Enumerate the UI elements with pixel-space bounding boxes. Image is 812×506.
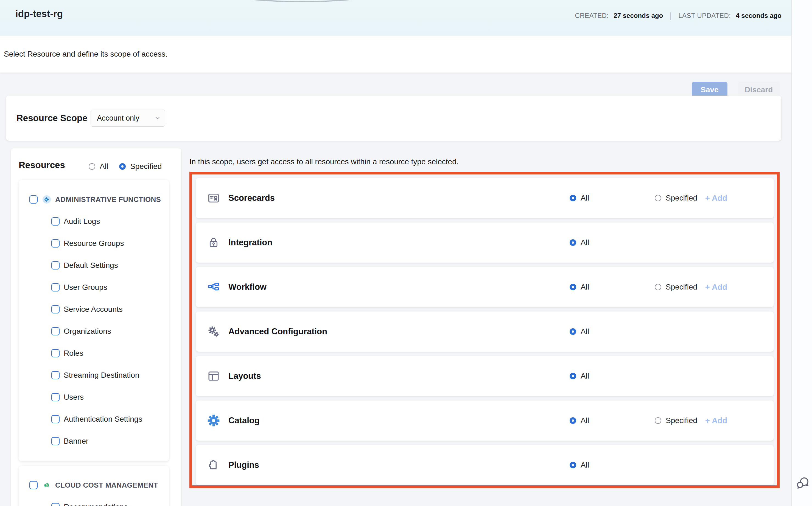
tree-item: Users [19, 391, 169, 404]
layout-icon [207, 369, 220, 383]
resource-row-integration: Integration All [196, 223, 774, 263]
all-radio[interactable] [570, 462, 576, 469]
tree-item: Default Settings [19, 259, 169, 272]
all-radio[interactable] [570, 417, 576, 424]
resources-title: Resources [19, 160, 65, 170]
resource-type-label: Plugins [228, 460, 259, 470]
updated-label: LAST UPDATED: [678, 12, 731, 19]
item-checkbox[interactable] [51, 371, 60, 380]
timestamps: CREATED: 27 seconds ago | LAST UPDATED: … [575, 11, 782, 20]
toolbar-description: Select Resource and define its scope of … [4, 50, 168, 59]
divider: | [668, 11, 673, 20]
tree-item: Authentication Settings [19, 413, 169, 425]
scope-description: In this scope, users get access to all r… [189, 157, 459, 166]
all-radio[interactable] [570, 195, 576, 201]
tree-item: Audit Logs [19, 215, 169, 228]
resources-specified-label: Specified [130, 162, 162, 171]
resources-panel-header: Resources All Specified [11, 148, 181, 180]
resource-group-card-administrative-functions: ADMINISTRATIVE FUNCTIONS Audit Logs Reso… [19, 180, 169, 461]
updated-value: 4 seconds ago [736, 12, 782, 19]
created-label: CREATED: [575, 12, 609, 19]
tree-item: Recommendations [19, 501, 169, 506]
workflow-icon [207, 280, 220, 294]
specified-radio[interactable] [655, 284, 661, 290]
tree-item: Banner [19, 435, 169, 447]
resource-type-label: Integration [228, 238, 272, 248]
add-link[interactable]: + Add [705, 416, 727, 425]
resource-type-label: Advanced Configuration [228, 327, 327, 337]
resource-scope-selected: Account only [97, 114, 139, 122]
add-link[interactable]: + Add [705, 283, 727, 292]
specified-radio[interactable] [655, 195, 661, 201]
resource-row-scorecards: Scorecards All Specified + Add [196, 178, 774, 218]
item-checkbox[interactable] [51, 305, 60, 314]
group-checkbox[interactable] [29, 481, 37, 489]
resource-type-label: Scorecards [228, 193, 275, 203]
action-toolbar: Select Resource and define its scope of … [0, 36, 791, 73]
all-radio[interactable] [570, 284, 576, 290]
tree-item: Service Accounts [19, 303, 169, 316]
item-checkbox[interactable] [51, 283, 60, 291]
item-checkbox[interactable] [51, 349, 60, 357]
gear-circle-icon [42, 195, 51, 203]
resources-panel: Resources All Specified [11, 148, 181, 506]
resource-group-card-cloud-cost-management: $ CLOUD COST MANAGEMENT Recommendations [19, 466, 169, 506]
resource-row-workflow: Workflow All Specified + Add [196, 267, 774, 307]
item-checkbox[interactable] [51, 393, 60, 401]
gears-icon [207, 325, 220, 338]
page: idp-test-rg CREATED: 27 seconds ago | LA… [0, 0, 791, 506]
tree-item: Roles [19, 347, 169, 359]
tree-item: Organizations [19, 325, 169, 338]
resource-type-label: Catalog [228, 416, 260, 425]
item-checkbox[interactable] [51, 327, 60, 335]
tree-group-row: $ CLOUD COST MANAGEMENT [19, 479, 169, 491]
puzzle-icon [207, 458, 220, 472]
chat-support-icon[interactable] [796, 476, 810, 490]
resource-type-label: Layouts [228, 371, 261, 381]
item-checkbox[interactable] [51, 217, 60, 226]
scrollbar-strip[interactable] [791, 0, 812, 506]
gear-icon [207, 414, 220, 427]
resource-scope-label: Resource Scope [16, 113, 88, 123]
all-radio[interactable] [570, 373, 576, 380]
all-radio[interactable] [570, 239, 576, 246]
scorecard-icon [207, 191, 220, 205]
group-label: CLOUD COST MANAGEMENT [55, 481, 158, 490]
tree-item: Resource Groups [19, 237, 169, 250]
page-header: idp-test-rg CREATED: 27 seconds ago | LA… [0, 0, 791, 36]
resource-scope-card: Resource Scope Account only [6, 96, 781, 141]
group-checkbox[interactable] [29, 195, 37, 203]
created-value: 27 seconds ago [614, 12, 663, 19]
item-checkbox[interactable] [51, 239, 60, 248]
resource-row-plugins: Plugins All [196, 445, 774, 485]
item-checkbox[interactable] [51, 437, 60, 445]
tree-item: User Groups [19, 281, 169, 293]
resource-scope-dropdown[interactable]: Account only [91, 110, 165, 126]
add-link[interactable]: + Add [705, 194, 727, 203]
resource-row-advanced-configuration: Advanced Configuration All [196, 312, 774, 352]
svg-text:$: $ [46, 484, 47, 487]
resources-all-radio[interactable] [89, 163, 95, 170]
group-label: ADMINISTRATIVE FUNCTIONS [55, 195, 161, 204]
resource-types-highlight-box: Scorecards All Specified + Add Integrati… [189, 172, 780, 488]
specified-radio[interactable] [655, 417, 661, 424]
header-arc-decoration [82, 0, 522, 2]
tree-item: Streaming Destination [19, 369, 169, 382]
cloud-dollar-icon: $ [42, 481, 51, 489]
item-checkbox[interactable] [51, 415, 60, 423]
item-checkbox[interactable] [51, 503, 60, 506]
item-checkbox[interactable] [51, 261, 60, 269]
resource-type-label: Workflow [228, 282, 267, 292]
all-radio[interactable] [570, 328, 576, 335]
resource-row-layouts: Layouts All [196, 356, 774, 396]
resources-specified-radio[interactable] [119, 163, 126, 170]
lock-icon [207, 236, 220, 249]
resource-row-catalog: Catalog All Specified + Add [196, 401, 774, 441]
tree-group-row: ADMINISTRATIVE FUNCTIONS [19, 193, 169, 206]
resources-all-label: All [100, 162, 108, 171]
page-title: idp-test-rg [15, 8, 63, 19]
chevron-down-icon [155, 115, 161, 121]
